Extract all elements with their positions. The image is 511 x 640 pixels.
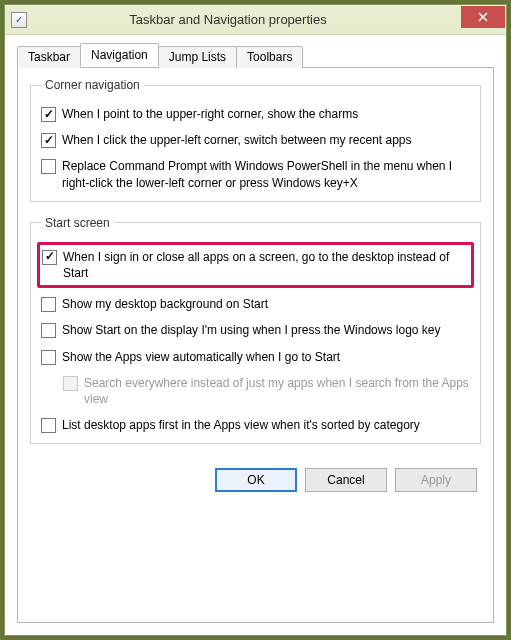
group-corner-legend: Corner navigation <box>41 78 144 92</box>
tab-taskbar[interactable]: Taskbar <box>17 46 81 68</box>
checkbox-search-everywhere <box>63 376 78 391</box>
label-search-everywhere: Search everywhere instead of just my app… <box>84 375 470 407</box>
checkbox-start-display[interactable] <box>41 323 56 338</box>
cancel-button[interactable]: Cancel <box>305 468 387 492</box>
tab-navigation[interactable]: Navigation <box>80 43 159 67</box>
properties-window: ✓ Taskbar and Navigation properties Task… <box>4 4 507 636</box>
tab-toolbars[interactable]: Toolbars <box>236 46 303 68</box>
option-start-display: Show Start on the display I'm using when… <box>41 322 470 338</box>
checkbox-apps-view[interactable] <box>41 350 56 365</box>
label-show-charms: When I point to the upper-right corner, … <box>62 106 358 122</box>
close-icon <box>478 12 488 22</box>
checkbox-powershell[interactable] <box>41 159 56 174</box>
checkbox-show-charms[interactable] <box>41 107 56 122</box>
option-show-charms: When I point to the upper-right corner, … <box>41 106 470 122</box>
label-switch-apps: When I click the upper-left corner, swit… <box>62 132 412 148</box>
option-list-desktop-first: List desktop apps first in the Apps view… <box>41 417 470 433</box>
tabstrip: Taskbar Navigation Jump Lists Toolbars <box>17 43 494 67</box>
option-apps-view: Show the Apps view automatically when I … <box>41 349 470 365</box>
window-title: Taskbar and Navigation properties <box>0 12 461 27</box>
highlighted-option: When I sign in or close all apps on a sc… <box>37 242 474 288</box>
tabpanel-navigation: Corner navigation When I point to the up… <box>17 67 494 623</box>
label-desktop-background: Show my desktop background on Start <box>62 296 268 312</box>
checkbox-switch-apps[interactable] <box>41 133 56 148</box>
checkbox-desktop-background[interactable] <box>41 297 56 312</box>
apply-button: Apply <box>395 468 477 492</box>
group-start-legend: Start screen <box>41 216 114 230</box>
label-powershell: Replace Command Prompt with Windows Powe… <box>62 158 470 190</box>
dialog-footer: OK Cancel Apply <box>30 458 481 492</box>
tab-jumplists[interactable]: Jump Lists <box>158 46 237 68</box>
option-go-to-desktop: When I sign in or close all apps on a sc… <box>42 249 467 281</box>
titlebar: ✓ Taskbar and Navigation properties <box>5 5 506 35</box>
label-list-desktop-first: List desktop apps first in the Apps view… <box>62 417 420 433</box>
option-switch-apps: When I click the upper-left corner, swit… <box>41 132 470 148</box>
option-desktop-background: Show my desktop background on Start <box>41 296 470 312</box>
option-search-everywhere: Search everywhere instead of just my app… <box>63 375 470 407</box>
group-start-screen: Start screen When I sign in or close all… <box>30 216 481 445</box>
label-go-to-desktop: When I sign in or close all apps on a sc… <box>63 249 467 281</box>
checkbox-list-desktop-first[interactable] <box>41 418 56 433</box>
label-start-display: Show Start on the display I'm using when… <box>62 322 440 338</box>
option-powershell: Replace Command Prompt with Windows Powe… <box>41 158 470 190</box>
ok-button[interactable]: OK <box>215 468 297 492</box>
label-apps-view: Show the Apps view automatically when I … <box>62 349 340 365</box>
close-button[interactable] <box>461 6 505 28</box>
checkbox-go-to-desktop[interactable] <box>42 250 57 265</box>
window-body: Taskbar Navigation Jump Lists Toolbars C… <box>5 35 506 635</box>
group-corner-navigation: Corner navigation When I point to the up… <box>30 78 481 202</box>
